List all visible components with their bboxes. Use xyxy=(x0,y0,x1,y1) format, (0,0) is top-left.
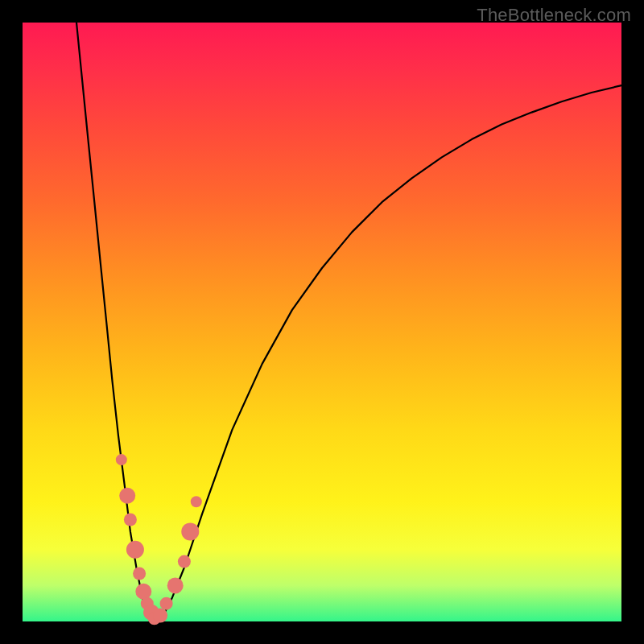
watermark-text: TheBottleneck.com xyxy=(477,5,631,26)
chart-frame: TheBottleneck.com xyxy=(0,0,644,644)
curve-marker xyxy=(160,597,173,610)
curve-marker xyxy=(153,609,167,623)
curve-marker xyxy=(181,522,199,540)
curve-marker xyxy=(124,514,137,526)
curve-marker xyxy=(178,555,191,568)
curve-marker xyxy=(135,584,151,600)
bottleneck-curve xyxy=(23,23,621,621)
curve-marker xyxy=(133,568,146,580)
plot-area xyxy=(23,23,621,621)
curve-marker xyxy=(191,496,202,507)
curve-marker xyxy=(167,577,184,593)
curve-line xyxy=(76,23,621,621)
curve-marker xyxy=(116,454,127,465)
curve-marker xyxy=(119,488,135,504)
curve-marker xyxy=(126,541,144,559)
marker-layer xyxy=(116,454,202,625)
